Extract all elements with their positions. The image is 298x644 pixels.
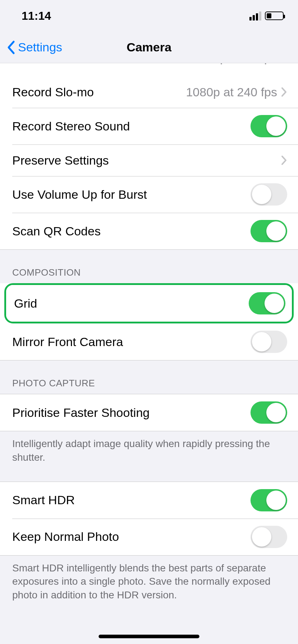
chevron-right-icon [281, 155, 287, 166]
status-right [249, 12, 284, 20]
section-footer-hdr: Smart HDR intelligently blends the best … [0, 556, 298, 609]
highlight-grid-row: Grid [4, 283, 294, 323]
status-bar: 11:14 [0, 0, 298, 32]
row-smart-hdr[interactable]: Smart HDR [0, 482, 298, 519]
row-keep-normal-photo[interactable]: Keep Normal Photo [0, 519, 298, 556]
section-photo-capture-1: Prioritise Faster Shooting [0, 394, 298, 431]
row-record-video[interactable]: Record Video 1080p at 30 fps [0, 63, 298, 73]
row-label: Scan QR Codes [12, 224, 101, 238]
toggle-scan-qr[interactable] [250, 220, 287, 242]
row-label: Smart HDR [12, 493, 75, 507]
row-scan-qr-codes[interactable]: Scan QR Codes [0, 213, 298, 250]
row-volume-up-burst[interactable]: Use Volume Up for Burst [0, 176, 298, 213]
row-detail: 1080p at 30 fps [193, 63, 281, 65]
toggle-stereo-sound[interactable] [250, 115, 287, 137]
row-label: Prioritise Faster Shooting [12, 406, 150, 420]
toggle-grid[interactable] [249, 292, 285, 314]
cellular-signal-icon [249, 12, 261, 20]
home-indicator [99, 635, 199, 638]
row-label: Preserve Settings [12, 153, 109, 167]
section-recording: Record Video 1080p at 30 fps Record Slo-… [0, 63, 298, 250]
toggle-keep-normal[interactable] [250, 526, 287, 548]
back-label: Settings [18, 40, 62, 54]
row-mirror-front-camera[interactable]: Mirror Front Camera [0, 323, 298, 360]
section-composition: Grid Mirror Front Camera [0, 283, 298, 360]
section-header-composition: Composition [0, 250, 298, 283]
toggle-mirror-front[interactable] [250, 331, 287, 353]
toggle-volume-burst[interactable] [250, 183, 287, 206]
section-header-photo-capture: Photo Capture [0, 360, 298, 394]
row-preserve-settings[interactable]: Preserve Settings [0, 144, 298, 176]
row-label: Mirror Front Camera [12, 335, 123, 349]
section-photo-capture-2: Smart HDR Keep Normal Photo [0, 482, 298, 556]
row-prioritise-faster-shooting[interactable]: Prioritise Faster Shooting [0, 394, 298, 431]
row-label: Keep Normal Photo [12, 530, 119, 544]
row-detail: 1080p at 240 fps [186, 85, 281, 99]
battery-icon [265, 12, 284, 20]
nav-bar: Settings Camera [0, 32, 298, 63]
toggle-smart-hdr[interactable] [250, 489, 287, 511]
row-label: Record Stereo Sound [12, 119, 130, 133]
status-time: 11:14 [22, 9, 51, 23]
row-grid[interactable]: Grid [6, 285, 292, 322]
chevron-left-icon [6, 40, 16, 55]
row-label: Record Slo-mo [12, 85, 94, 99]
row-record-stereo-sound[interactable]: Record Stereo Sound [0, 108, 298, 144]
chevron-right-icon [281, 87, 287, 97]
row-label: Use Volume Up for Burst [12, 188, 147, 202]
section-footer-prioritise: Intelligently adapt image quality when r… [0, 431, 298, 472]
row-label: Grid [14, 296, 37, 310]
toggle-prioritise-faster[interactable] [250, 401, 287, 424]
back-button[interactable]: Settings [0, 40, 62, 55]
row-record-slomo[interactable]: Record Slo-mo 1080p at 240 fps [0, 76, 298, 108]
row-label: Record Video [12, 63, 86, 65]
